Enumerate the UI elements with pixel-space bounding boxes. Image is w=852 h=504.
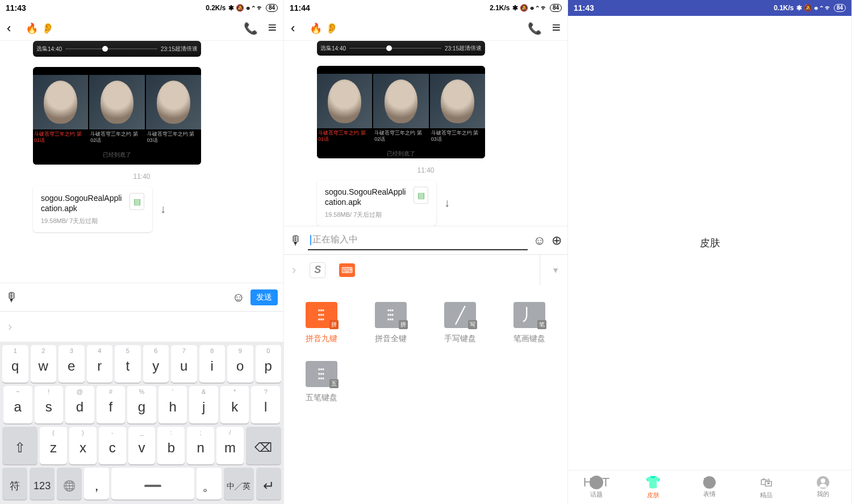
text-input[interactable]: 正在输入中 (308, 230, 528, 250)
status-speed: 0.1K/s (774, 4, 793, 12)
chat-header: ‹ 🔥👂 📞 (284, 16, 567, 41)
chat-header: ‹ 🔥👂 📞 (0, 16, 283, 41)
kb-option-拼音九键[interactable]: ┅┅┅拼拼音九键 (295, 302, 348, 344)
enter-key[interactable] (256, 468, 281, 499)
kb-option-五笔键盘[interactable]: ┅┅┅五五笔键盘 (295, 361, 348, 403)
tab-皮肤[interactable]: 皮肤 (625, 471, 682, 504)
key-e[interactable]: 3e (59, 345, 85, 383)
chat-title[interactable]: 🔥👂 (20, 22, 235, 35)
shift-key[interactable] (2, 427, 37, 464)
status-time: 11:43 (574, 3, 594, 12)
phone-panel-2: 11:44 2.1K/s ✱ 🔕 ⊗ ⌃ ᯤ 84 ‹ 🔥👂 📞 选集 14:4… (284, 0, 568, 504)
video-playlist-card[interactable]: 斗破苍穹三年之约 第01话 斗破苍穹三年之约 第02话 斗破苍穹三年之约 第03… (33, 67, 201, 165)
status-bar: 11:44 2.1K/s ✱ 🔕 ⊗ ⌃ ᯤ 84 (284, 0, 567, 16)
key-x[interactable]: )x (69, 427, 97, 464)
key-l[interactable]: ?l (251, 386, 280, 423)
chat-body[interactable]: 选集 14:40 23:15 超清 倍速 斗破苍穹三年之约 第01话 斗破苍穹三… (0, 41, 283, 283)
backspace-key[interactable] (246, 427, 281, 464)
key-p[interactable]: 0p (256, 345, 282, 383)
tab-话题[interactable]: HOT话题 (568, 471, 625, 504)
key-d[interactable]: @d (65, 386, 94, 423)
ime-arrow-icon[interactable]: › (292, 263, 296, 278)
number-key[interactable]: 123 (30, 468, 55, 499)
language-key[interactable]: 中╱英 (224, 468, 254, 499)
key-z[interactable]: (z (40, 427, 67, 464)
call-button[interactable]: 📞 (244, 22, 258, 35)
call-button[interactable]: 📞 (528, 22, 542, 35)
keyboard-switch-icon[interactable] (339, 263, 355, 277)
key-j[interactable]: &j (189, 386, 218, 423)
key-o[interactable]: 9o (227, 345, 253, 383)
video-thumb[interactable] (317, 74, 372, 128)
video-thumb[interactable] (373, 74, 428, 128)
video-controls[interactable]: 选集 14:40 23:15 超清 倍速 (33, 41, 201, 57)
key-i[interactable]: 8i (199, 345, 225, 383)
key-r[interactable]: 4r (87, 345, 113, 383)
sogou-logo-icon[interactable]: S (310, 262, 325, 278)
add-button[interactable]: ⊕ (552, 233, 562, 248)
key-s[interactable]: !s (35, 386, 64, 423)
key-m[interactable]: /m (216, 427, 244, 464)
comma-key[interactable]: ， (84, 468, 109, 499)
kb-option-手写键盘[interactable]: ╱写手写键盘 (434, 302, 486, 344)
key-v[interactable]: _v (128, 427, 156, 464)
emoji-button[interactable]: ☺ (533, 233, 546, 248)
send-button[interactable]: 发送 (250, 289, 278, 305)
space-key[interactable] (111, 468, 194, 499)
download-button[interactable]: ↓ (160, 203, 166, 216)
emoji-button[interactable]: ☺ (232, 290, 245, 305)
video-controls[interactable]: 选集 14:40 23:15 超清 倍速 (317, 41, 485, 56)
tab-我的[interactable]: 我的 (795, 471, 851, 504)
dropdown-icon[interactable]: ▼ (540, 255, 559, 285)
kb-option-笔画键盘[interactable]: 丿笔笔画键盘 (503, 302, 556, 344)
video-progress-bar[interactable] (65, 48, 157, 49)
ime-arrow-icon[interactable]: › (8, 320, 12, 334)
file-attachment[interactable]: sogou.SogouRealApplication.apk 19.58MB/ … (317, 180, 436, 226)
video-thumb[interactable] (89, 75, 144, 129)
tab-精品[interactable]: 精品 (738, 471, 795, 504)
key-w[interactable]: 2w (31, 345, 57, 383)
kb-option-拼音全键[interactable]: ┅┅┅拼拼音全键 (365, 302, 417, 344)
key-k[interactable]: *k (220, 386, 249, 423)
key-h[interactable]: 'h (158, 386, 187, 423)
menu-button[interactable] (268, 22, 277, 35)
voice-button[interactable]: 🎙 (290, 233, 302, 248)
chat-body[interactable]: 选集 14:40 23:15 超清 倍速 斗破苍穹三年之约 第01话 斗破苍穹三… (284, 41, 567, 226)
timestamp: 11:40 (133, 173, 150, 180)
timestamp: 11:40 (417, 166, 434, 174)
download-button[interactable]: ↓ (444, 196, 450, 209)
apk-icon: ▤ (414, 187, 428, 204)
chat-title[interactable]: 🔥👂 (304, 22, 519, 35)
back-button[interactable]: ‹ (291, 21, 295, 36)
key-u[interactable]: 7u (171, 345, 197, 383)
back-button[interactable]: ‹ (7, 21, 11, 36)
battery-icon: 84 (550, 4, 562, 12)
video-thumb[interactable] (430, 74, 485, 128)
period-key[interactable]: 。 (197, 468, 222, 499)
video-playlist-card[interactable]: 斗破苍穹三年之约 第01话 斗破苍穹三年之约 第02话 斗破苍穹三年之约 第03… (317, 66, 485, 158)
bottom-nav: HOT话题皮肤¨⌣表情精品我的 (568, 470, 851, 504)
symbol-key[interactable]: 符 (2, 468, 27, 499)
status-icons: ✱ 🔕 ⊗ ⌃ ᯤ (512, 4, 548, 12)
globe-key[interactable] (57, 468, 82, 499)
file-attachment[interactable]: sogou.SogouRealApplication.apk 19.58MB/ … (33, 186, 152, 232)
key-t[interactable]: 5t (115, 345, 141, 383)
key-b[interactable]: :b (157, 427, 185, 464)
key-q[interactable]: 1q (2, 345, 28, 383)
qwerty-keyboard: 1q2w3e4r5t6y7u8i9o0p ~a!s@d#f%g'h&j*k?l … (0, 342, 283, 504)
key-y[interactable]: 6y (143, 345, 169, 383)
key-g[interactable]: %g (127, 386, 156, 423)
input-bar: 🎙 正在输入中 ☺ ⊕ (284, 226, 567, 254)
key-f[interactable]: #f (97, 386, 126, 423)
video-progress-bar[interactable] (349, 48, 441, 49)
phone-panel-1: 11:43 0.2K/s ✱ 🔕 ⊗ ⌃ ᯤ 84 ‹ 🔥👂 📞 选集 14:4… (0, 0, 284, 504)
video-thumb[interactable] (33, 75, 88, 129)
menu-button[interactable] (552, 22, 561, 35)
video-thumb[interactable] (146, 75, 201, 129)
key-n[interactable]: ;n (187, 427, 214, 464)
key-a[interactable]: ~a (3, 386, 32, 423)
skin-page-body[interactable]: 皮肤 (568, 16, 851, 470)
voice-button[interactable]: 🎙 (6, 290, 18, 305)
tab-表情[interactable]: ¨⌣表情 (682, 471, 738, 504)
key-c[interactable]: -c (99, 427, 126, 464)
